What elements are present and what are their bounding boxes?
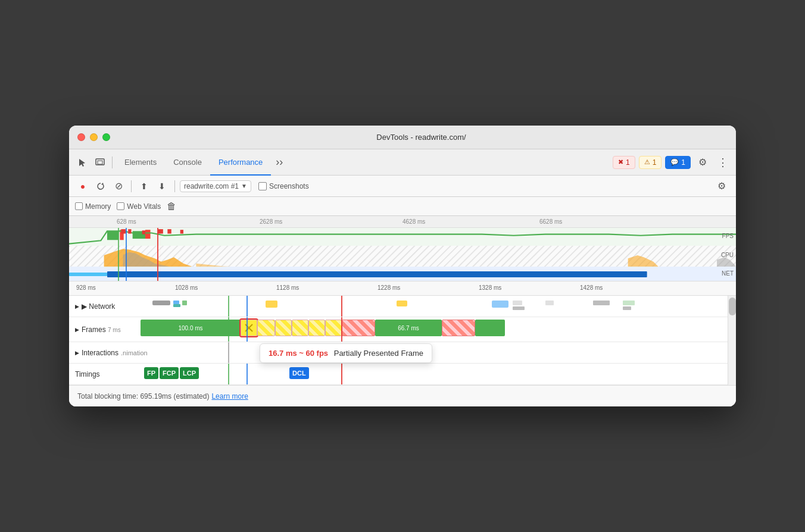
frame-ystipe-3	[292, 320, 308, 336]
titlebar: DevTools - readwrite.com/	[69, 126, 736, 149]
warning-badge[interactable]: ⚠ 1	[639, 156, 662, 169]
svg-rect-10	[167, 229, 171, 233]
tab-elements[interactable]: Elements	[116, 149, 165, 176]
net-bar-3	[182, 301, 187, 305]
minimize-button[interactable]	[90, 133, 98, 141]
frames-expand-icon[interactable]: ▶	[75, 327, 79, 333]
tab-performance[interactable]: Performance	[210, 149, 271, 176]
scrollbar-area	[728, 296, 736, 317]
clear-button[interactable]: ⊘	[111, 179, 126, 194]
tooltip-label-text: Partially Presented Frame	[334, 349, 423, 358]
perf-divider-2	[174, 180, 175, 192]
svg-rect-1	[98, 161, 102, 164]
settings-icon[interactable]: ⚙	[694, 154, 711, 171]
inspect-icon[interactable]	[92, 154, 108, 171]
net-bar-8	[513, 301, 522, 305]
screenshots-checkbox[interactable]	[258, 182, 267, 190]
frame-vline-green	[228, 317, 229, 342]
network-expand-icon[interactable]: ▶	[75, 303, 79, 309]
perf-divider-1	[131, 180, 132, 192]
network-track-content	[141, 296, 728, 317]
delete-recording-button[interactable]: 🗑	[167, 201, 176, 212]
time-928: 928 ms	[76, 284, 96, 291]
overview-ruler: 628 ms 2628 ms 4628 ms 6628 ms	[69, 216, 736, 228]
performance-toolbar: ● ⊘ ⬆ ⬇ readwrite.com #1 ▼ Screenshots ⚙	[69, 176, 736, 197]
net-bar-5	[266, 301, 277, 308]
settings-perf-icon[interactable]: ⚙	[713, 178, 730, 195]
frame-ystipe-1	[257, 320, 275, 336]
time-1228: 1228 ms	[377, 284, 400, 291]
more-tabs-button[interactable]: ››	[271, 149, 288, 176]
webvitals-checkbox-wrapper[interactable]: Web Vitals	[117, 202, 161, 211]
interactions-expand-icon[interactable]: ▶	[75, 350, 79, 356]
devtools-window: DevTools - readwrite.com/ Elements Conso…	[69, 126, 736, 406]
error-badge[interactable]: ✖ 1	[613, 156, 635, 169]
reload-record-button[interactable]	[93, 179, 108, 194]
net-bar-9	[513, 306, 525, 310]
overview-vline-green	[118, 228, 119, 281]
fps-label: FPS	[722, 233, 734, 239]
svg-rect-2	[107, 231, 118, 240]
svg-rect-11	[180, 230, 183, 233]
interactions-track-label[interactable]: ▶ Interactions .nimation	[69, 349, 141, 357]
webvitals-checkbox[interactable]	[117, 202, 124, 210]
memory-checkbox[interactable]	[75, 202, 83, 210]
net-chart	[69, 267, 736, 281]
interactions-sub: .nimation	[121, 349, 148, 356]
window-title: DevTools - readwrite.com/	[115, 133, 728, 142]
svg-rect-6	[121, 229, 125, 233]
tab-console[interactable]: Console	[165, 149, 210, 176]
message-badge[interactable]: 💬 1	[665, 156, 691, 169]
frame-selected[interactable]	[241, 320, 257, 336]
timings-vline-red	[341, 364, 342, 384]
ruler-mark-6628: 6628 ms	[539, 218, 562, 225]
detail-timeline: 928 ms 1028 ms 1128 ms 1228 ms 1328 ms 1…	[69, 281, 736, 385]
timing-fcp: FCP	[160, 367, 179, 379]
timeline-overview[interactable]: 628 ms 2628 ms 4628 ms 6628 ms	[69, 216, 736, 281]
time-1328: 1328 ms	[479, 284, 501, 291]
net-bar-12	[623, 301, 635, 305]
interactions-track-content: 16.7 ms ~ 60 fps Partially Presented Fra…	[141, 342, 728, 363]
upload-profile-button[interactable]: ⬆	[136, 179, 152, 194]
learn-more-link[interactable]: Learn more	[211, 392, 248, 400]
main-toolbar: Elements Console Performance ›› ✖ 1 ⚠ 1 …	[69, 149, 736, 176]
interactions-dashed-line	[228, 342, 229, 363]
timing-dcl: DCL	[289, 367, 309, 379]
frame-100ms-label: 100.0 ms	[178, 325, 202, 331]
tooltip-fps-text: 16.7 ms ~ 60 fps	[269, 349, 328, 358]
close-button[interactable]	[77, 133, 85, 141]
ruler-mark-4628: 4628 ms	[402, 218, 425, 225]
profile-dropdown-icon: ▼	[241, 183, 247, 189]
cursor-icon[interactable]	[74, 154, 91, 171]
frames-track: ▶ Frames 7 ms 100.0 ms	[69, 317, 736, 342]
ruler-mark-2628: 2628 ms	[260, 218, 282, 225]
screenshots-checkbox-wrapper[interactable]: Screenshots	[258, 182, 309, 190]
detail-vline-blue	[247, 296, 248, 317]
frame-red-stripe-2	[442, 320, 475, 336]
time-ruler: 928 ms 1028 ms 1128 ms 1228 ms 1328 ms 1…	[69, 281, 736, 296]
memory-label: Memory	[85, 202, 111, 211]
frame-vline-blue	[247, 317, 248, 342]
timings-label-text: Timings	[75, 370, 100, 378]
frames-track-label[interactable]: ▶ Frames 7 ms	[69, 326, 141, 334]
download-profile-button[interactable]: ⬇	[154, 179, 170, 194]
svg-rect-8	[142, 230, 145, 234]
maximize-button[interactable]	[102, 133, 110, 141]
frames-label-text: Frames 7 ms	[82, 326, 121, 334]
scrollbar-thumb[interactable]	[729, 298, 736, 315]
overview-vline-red	[157, 228, 158, 281]
record-button[interactable]: ●	[75, 179, 91, 194]
warning-icon: ⚠	[644, 158, 650, 166]
frame-ystipe-5	[325, 320, 342, 336]
profile-selector[interactable]: readwrite.com #1 ▼	[180, 180, 251, 192]
svg-rect-15	[69, 273, 107, 276]
memory-checkbox-wrapper[interactable]: Memory	[75, 202, 111, 211]
detail-vline-green	[228, 296, 229, 317]
svg-rect-7	[128, 229, 131, 233]
message-icon: 💬	[670, 158, 679, 166]
network-track-label[interactable]: ▶ ▶ Network	[69, 302, 141, 311]
perf-settings-gear[interactable]: ⚙	[713, 178, 730, 195]
more-options-icon[interactable]: ⋮	[714, 154, 731, 171]
frame-66ms-label: 66.7 ms	[398, 325, 419, 331]
timings-track: Timings FP FCP LCP DCL	[69, 364, 736, 385]
